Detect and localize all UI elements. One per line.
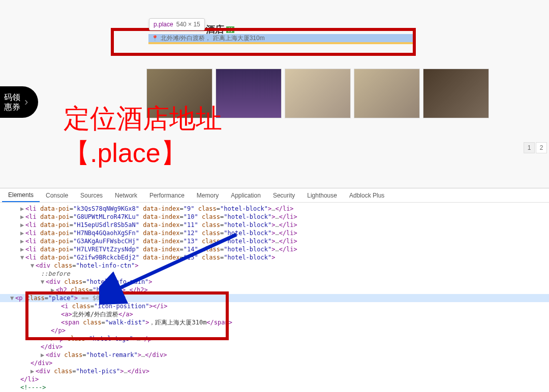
tab-sources[interactable]: Sources [74,188,109,202]
dom-node[interactable]: ▼<div class="hotel-info-main"> [10,278,549,286]
tab-application[interactable]: Application [225,188,267,202]
dom-node[interactable]: <i class="icon-position"></i> [10,302,549,310]
dom-node[interactable]: ▶<li data-poi="k3QsS78qNWg9KGx8" data-in… [10,205,549,213]
dom-node[interactable]: <span class="walk-dist">，距离上海大厦310m</spa… [10,318,549,326]
dom-node[interactable]: ▶<div class="hotel-remark">…</div> [10,351,549,359]
page-number[interactable]: 1 [524,142,535,153]
tab-console[interactable]: Console [40,188,74,202]
dom-node[interactable]: ▶<li data-poi="H7LVRETVtZzysNdp" data-in… [10,245,549,253]
annotation-label: 定位酒店地址 【.place】 [64,102,222,170]
webpage-content: 码领 惠券 › p.place 540 × 15 酒店付 📍 北外滩/外白渡桥，… [0,0,549,188]
hotel-image[interactable] [354,69,420,118]
hotel-image[interactable] [216,69,282,118]
page-number[interactable]: 2 [536,142,547,153]
dom-node[interactable]: ▶<li data-poi="H15epUSdlr8Sb5aN" data-in… [10,221,549,229]
dom-node[interactable]: </li> [10,375,549,383]
dom-comment[interactable]: <!----> [10,383,549,391]
tab-security[interactable]: Security [267,188,301,202]
tab-adblock[interactable]: Adblock Plus [343,188,390,202]
tab-network[interactable]: Network [109,188,143,202]
annotation-box-top [111,28,416,56]
devtools-tabs: Elements Console Sources Network Perform… [0,188,549,203]
pagination: 1 2 [524,142,547,153]
devtools-panel: Elements Console Sources Network Perform… [0,188,549,392]
dom-node-selected[interactable]: ▼<p class="place"> == $0 [0,294,549,302]
hotel-image[interactable] [285,69,351,118]
dom-node[interactable]: </div> [10,343,549,351]
dom-node[interactable]: ▼<div class="hotel-info-ctn"> [10,262,549,270]
dom-node[interactable]: ▶<li data-poi="H7NBq4GQaohXgSFn" data-in… [10,229,549,237]
dom-node[interactable]: ▼<li data-poi="G2ifw9BRckcbEdj2" data-in… [10,253,549,262]
chevron-right-icon: › [24,95,28,109]
dom-node[interactable]: ▶<li data-poi="G8UPWtMLroR47KLu" data-in… [10,213,549,221]
dom-node[interactable]: </p> [10,326,549,335]
tab-performance[interactable]: Performance [143,188,191,202]
promo-badge[interactable]: 码领 惠券 › [0,86,38,118]
hotel-image[interactable] [423,69,489,118]
dom-tree[interactable]: ▶<li data-poi="k3QsS78qNWg9KGx8" data-in… [0,203,549,392]
dom-pseudo[interactable]: ::before [10,270,549,278]
tooltip-selector: p.place [154,21,173,28]
promo-text: 码领 惠券 [4,92,20,112]
tab-lighthouse[interactable]: Lighthouse [301,188,343,202]
dom-node[interactable]: ▶<li data-poi="G3AKgAuFFWsbcCHj" data-in… [10,237,549,245]
tab-memory[interactable]: Memory [191,188,225,202]
dom-node[interactable]: </div> [10,359,549,367]
tab-elements[interactable]: Elements [2,188,40,202]
dom-node[interactable]: ▶<p class="hotel-tags">…</p> [10,335,549,343]
dom-node[interactable]: ▶<h2 class="hotel-">…</h2> [10,286,549,294]
dom-node[interactable]: ▶<div class="hotel-pics">…</div> [10,367,549,375]
dom-node[interactable]: <a>北外滩/外白渡桥</a> [10,310,549,318]
tooltip-dimensions: 540 × 15 [176,21,200,28]
inspector-tooltip: p.place 540 × 15 [149,18,205,30]
